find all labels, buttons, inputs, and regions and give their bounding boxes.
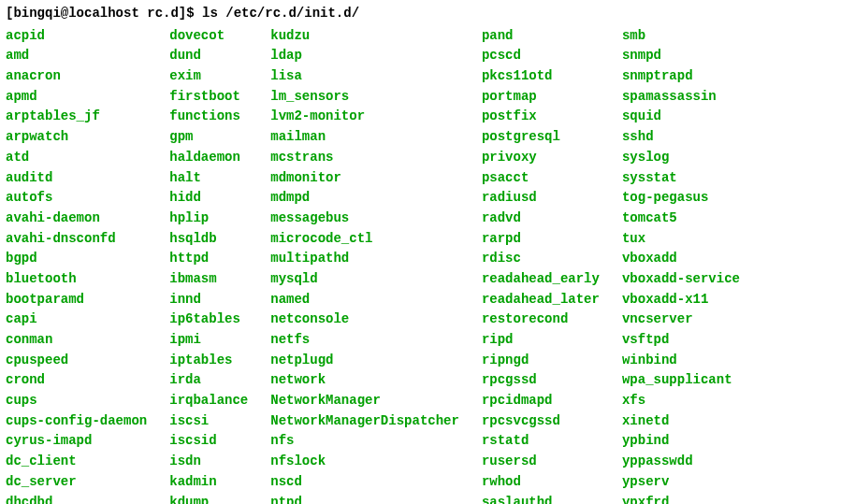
file-entry: nscd [270, 472, 459, 493]
file-entry: dovecot [169, 26, 248, 47]
file-entry: tog-pegasus [622, 188, 740, 209]
file-entry: bluetooth [6, 269, 147, 290]
file-entry: readahead_early [482, 269, 600, 290]
file-entry: nfs [270, 431, 459, 452]
file-entry: xfs [622, 391, 740, 411]
file-entry: winbind [622, 351, 740, 371]
file-entry: rpcgssd [482, 370, 600, 391]
file-entry: rusersd [482, 452, 600, 472]
file-entry: rarpd [482, 229, 600, 250]
file-entry: ripngd [482, 351, 600, 371]
file-entry: radiusd [482, 188, 600, 209]
file-entry: lisa [270, 66, 459, 87]
file-entry: postfix [482, 107, 600, 127]
file-entry: network [270, 370, 459, 391]
file-entry: vboxadd-service [622, 269, 740, 290]
file-entry: irda [169, 370, 248, 391]
file-entry: snmptrapd [622, 66, 740, 87]
listing-column: acpidamdanacronapmdarptables_jfarpwatcha… [6, 26, 169, 504]
file-entry: sshd [622, 127, 740, 148]
file-entry: innd [169, 290, 248, 310]
file-entry: ldap [270, 46, 459, 66]
file-entry: acpid [6, 26, 147, 47]
file-entry: amd [6, 46, 147, 66]
file-entry: apmd [6, 87, 147, 108]
file-entry: hplip [169, 209, 248, 229]
file-entry: ibmasm [169, 269, 248, 290]
file-entry: mdmpd [270, 188, 459, 209]
listing-column: kudzuldaplisalm_sensorslvm2-monitormailm… [270, 26, 482, 504]
file-entry: isdn [169, 452, 248, 472]
file-entry: firstboot [169, 87, 248, 108]
file-entry: crond [6, 370, 147, 391]
file-entry: postgresql [482, 127, 600, 148]
file-entry: rpcsvcgssd [482, 411, 600, 432]
file-entry: vncserver [622, 310, 740, 330]
file-entry: ntpd [270, 493, 459, 505]
file-entry: mysqld [270, 269, 459, 290]
file-entry: cups-config-daemon [6, 411, 147, 432]
file-entry: portmap [482, 87, 600, 108]
file-entry: iptables [169, 351, 248, 371]
file-entry: halt [169, 168, 248, 189]
file-entry: ypxfrd [622, 493, 740, 505]
file-entry: vsftpd [622, 330, 740, 351]
file-entry: lvm2-monitor [270, 107, 459, 127]
file-entry: pkcs11otd [482, 66, 600, 87]
file-entry: smb [622, 26, 740, 47]
file-entry: hsqldb [169, 229, 248, 250]
file-entry: exim [169, 66, 248, 87]
file-entry: dc_client [6, 452, 147, 472]
file-entry: mailman [270, 127, 459, 148]
file-entry: nfslock [270, 452, 459, 472]
file-entry: arptables_jf [6, 107, 147, 127]
file-entry: multipathd [270, 249, 459, 269]
listing-column: dovecotdundeximfirstbootfunctionsgpmhald… [169, 26, 270, 504]
file-entry: psacct [482, 168, 600, 189]
file-entry: httpd [169, 249, 248, 269]
file-entry: tomcat5 [622, 209, 740, 229]
file-entry: anacron [6, 66, 147, 87]
file-entry: avahi-dnsconfd [6, 229, 147, 250]
file-entry: cpuspeed [6, 351, 147, 371]
file-entry: microcode_ctl [270, 229, 459, 250]
file-entry: functions [169, 107, 248, 127]
file-entry: dc_server [6, 472, 147, 493]
file-entry: snmpd [622, 46, 740, 66]
file-entry: NetworkManagerDispatcher [270, 411, 459, 432]
file-entry: netconsole [270, 310, 459, 330]
file-entry: ipmi [169, 330, 248, 351]
file-entry: rwhod [482, 472, 600, 493]
file-entry: kdump [169, 493, 248, 505]
file-entry: pcscd [482, 46, 600, 66]
file-entry: lm_sensors [270, 87, 459, 108]
file-entry: NetworkManager [270, 391, 459, 411]
file-entry: rdisc [482, 249, 600, 269]
listing-column: pandpcscdpkcs11otdportmappostfixpostgres… [482, 26, 622, 504]
file-entry: bgpd [6, 249, 147, 269]
file-entry: rstatd [482, 431, 600, 452]
file-entry: autofs [6, 188, 147, 209]
file-entry: iscsi [169, 411, 248, 432]
file-entry: syslog [622, 148, 740, 168]
file-entry: netfs [270, 330, 459, 351]
file-entry: kudzu [270, 26, 459, 47]
file-entry: wpa_supplicant [622, 370, 740, 391]
file-entry: ypbind [622, 431, 740, 452]
file-entry: vboxadd-x11 [622, 290, 740, 310]
file-entry: yppasswdd [622, 452, 740, 472]
file-entry: gpm [169, 127, 248, 148]
file-entry: restorecond [482, 310, 600, 330]
file-entry: named [270, 290, 459, 310]
file-entry: atd [6, 148, 147, 168]
file-entry: ip6tables [169, 310, 248, 330]
file-entry: cyrus-imapd [6, 431, 147, 452]
file-entry: cups [6, 391, 147, 411]
file-entry: radvd [482, 209, 600, 229]
file-entry: avahi-daemon [6, 209, 147, 229]
file-entry: ypserv [622, 472, 740, 493]
file-entry: capi [6, 310, 147, 330]
file-entry: auditd [6, 168, 147, 189]
file-entry: mcstrans [270, 148, 459, 168]
file-entry: mdmonitor [270, 168, 459, 189]
